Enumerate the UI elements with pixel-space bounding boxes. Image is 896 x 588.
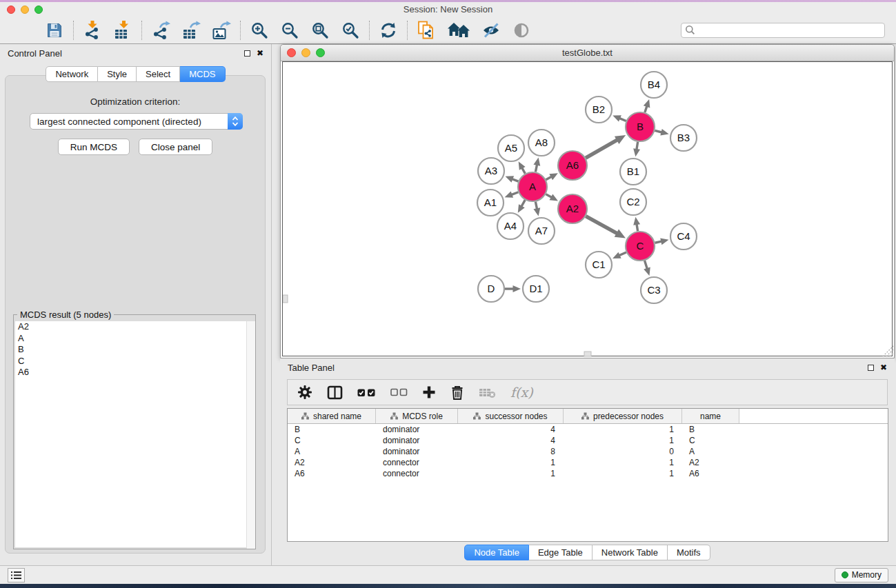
graph-node-A4[interactable]: A4 [497, 213, 524, 239]
memory-label: Memory [852, 570, 882, 580]
show-column-panel-button[interactable] [327, 383, 343, 402]
graph-node-A1[interactable]: A1 [477, 190, 504, 216]
edge-A2-C[interactable] [586, 216, 617, 234]
graph-node-A5[interactable]: A5 [498, 135, 524, 161]
tab-edge-table[interactable]: Edge Table [529, 545, 593, 560]
left-scrollbar-nub[interactable] [283, 295, 288, 303]
svg-text:B1: B1 [627, 165, 639, 177]
tab-motifs[interactable]: Motifs [668, 545, 710, 560]
network-canvas[interactable]: B4B2BB3A8A5A6A3B1AA1C2A2A4A7C4CC1C3DD1 [282, 61, 893, 356]
maximize-window-button[interactable] [34, 6, 43, 14]
criterion-dropdown[interactable]: largest connected component (directed) [30, 113, 243, 130]
eye-slash-icon [482, 22, 500, 39]
edge-arrowhead [644, 267, 650, 276]
save-session-button[interactable] [45, 21, 64, 40]
hide-selected-button[interactable] [481, 21, 501, 40]
select-all-columns-button[interactable] [357, 383, 376, 402]
edge-arrowhead [533, 158, 540, 166]
tab-mcds[interactable]: MCDS [180, 66, 225, 82]
graph-node-A7[interactable]: A7 [528, 218, 555, 244]
close-table-panel-button[interactable]: ✖ [880, 363, 887, 372]
table-row[interactable]: A2connector11A2 [288, 457, 888, 468]
column-header-successor-nodes[interactable]: successor nodes [458, 409, 564, 423]
delete-column-button[interactable] [450, 383, 464, 402]
tab-style[interactable]: Style [98, 66, 137, 82]
mcds-result-box: MCDS result (5 nodes) A2ABCA6 [13, 314, 256, 549]
search-field[interactable] [681, 23, 885, 38]
create-column-button[interactable] [422, 383, 436, 402]
svg-text:C: C [637, 240, 644, 252]
zoom-in-button[interactable] [250, 21, 269, 40]
zoom-fit-button[interactable] [310, 21, 330, 40]
graph-node-C3[interactable]: C3 [641, 277, 667, 303]
table-cell: 1 [564, 436, 682, 445]
first-neighbors-button[interactable] [447, 21, 470, 40]
graph-node-B4[interactable]: B4 [641, 72, 667, 98]
result-scrollbar[interactable] [246, 321, 255, 549]
task-history-button[interactable] [8, 568, 25, 582]
clone-network-button[interactable] [417, 21, 436, 40]
zoom-selected-button[interactable] [341, 21, 360, 40]
network-close-button[interactable] [287, 48, 296, 57]
resize-grip-icon[interactable] [883, 346, 893, 356]
delete-table-button-disabled[interactable] [479, 383, 496, 402]
network-window-titlebar[interactable]: testGlobe.txt [281, 45, 894, 61]
search-input[interactable] [698, 26, 881, 35]
export-network-button[interactable] [151, 21, 170, 40]
graph-node-A8[interactable]: A8 [528, 130, 555, 156]
tab-network-table[interactable]: Network Table [593, 545, 668, 560]
close-panel-button[interactable]: ✖ [257, 49, 263, 57]
graph-node-A6[interactable]: A6 [558, 151, 587, 180]
column-header-name[interactable]: name [682, 409, 739, 423]
graph-node-C2[interactable]: C2 [620, 189, 646, 215]
graph-node-C[interactable]: C [626, 232, 655, 261]
close-window-button[interactable] [7, 6, 15, 14]
edge-C-C3[interactable] [645, 261, 648, 270]
edge-arrowhead [660, 129, 668, 136]
table-row[interactable]: Adominator80A [288, 446, 888, 457]
open-file-button[interactable] [14, 21, 34, 40]
table-row[interactable]: Cdominator41C [288, 435, 888, 446]
import-network-button[interactable] [83, 21, 102, 40]
show-all-button[interactable] [512, 21, 531, 40]
tab-node-table[interactable]: Node Table [464, 545, 529, 560]
list-icon [11, 571, 21, 580]
graph-node-D[interactable]: D [478, 276, 504, 302]
import-table-button[interactable] [113, 21, 132, 40]
graph-node-D1[interactable]: D1 [523, 276, 549, 302]
minimize-window-button[interactable] [21, 6, 29, 14]
column-header-shared-name[interactable]: shared name [288, 409, 376, 423]
control-panel-tabs: NetworkStyleSelectMCDS [0, 66, 271, 82]
close-panel-button-mcds[interactable]: Close panel [139, 139, 212, 155]
tab-select[interactable]: Select [137, 66, 180, 82]
column-header-predecessor-nodes[interactable]: predecessor nodes [564, 409, 682, 423]
export-image-button[interactable] [212, 21, 231, 40]
edge-A6-B[interactable] [586, 139, 618, 158]
zoom-out-button[interactable] [280, 21, 299, 40]
run-mcds-button[interactable]: Run MCDS [58, 139, 130, 155]
graph-node-A3[interactable]: A3 [478, 158, 504, 184]
table-row[interactable]: Bdominator41B [288, 424, 888, 435]
network-maximize-button[interactable] [316, 48, 325, 57]
graph-node-A2[interactable]: A2 [558, 194, 587, 223]
table-row[interactable]: A6connector11A6 [288, 468, 888, 479]
function-builder-button-disabled[interactable]: f(x) [510, 385, 533, 400]
float-table-panel-button[interactable] [868, 365, 874, 371]
float-panel-button[interactable] [244, 50, 250, 57]
export-table-button[interactable] [181, 21, 201, 40]
memory-button[interactable]: Memory [835, 568, 888, 582]
graph-node-B2[interactable]: B2 [586, 97, 612, 123]
refresh-view-button[interactable] [379, 21, 398, 40]
bottom-scrollbar-nub[interactable] [584, 352, 591, 356]
tab-network[interactable]: Network [46, 66, 98, 82]
graph-node-C4[interactable]: C4 [670, 223, 697, 250]
graph-node-B[interactable]: B [626, 112, 655, 141]
column-header-MCDS-role[interactable]: MCDS role [376, 409, 458, 423]
graph-node-B3[interactable]: B3 [670, 125, 697, 151]
graph-node-C1[interactable]: C1 [586, 252, 612, 278]
deselect-all-columns-button[interactable] [390, 383, 408, 402]
network-minimize-button[interactable] [301, 48, 310, 57]
table-settings-button[interactable] [297, 383, 312, 402]
graph-node-A[interactable]: A [518, 172, 547, 201]
graph-node-B1[interactable]: B1 [620, 159, 646, 185]
